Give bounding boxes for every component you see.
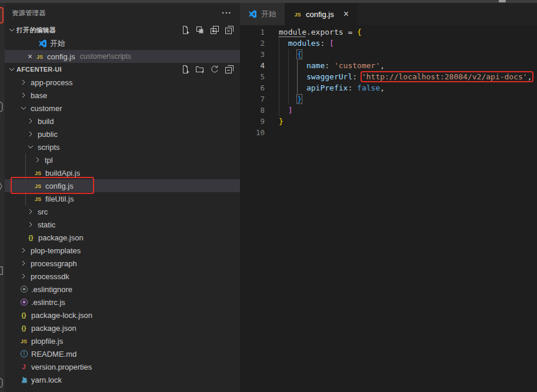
tree-item-app-process[interactable]: app-process	[5, 76, 240, 89]
close-all-editors-icon[interactable]	[225, 25, 234, 35]
collapse-folders-icon[interactable]	[225, 65, 234, 74]
tree-item-label: package.json	[38, 233, 84, 242]
line-number: 5	[240, 71, 265, 82]
chevron-right-icon	[19, 91, 28, 100]
open-editors-actions	[181, 25, 240, 35]
code-line-8[interactable]: 8 ]	[240, 105, 537, 116]
open-editor--[interactable]: 开始	[5, 37, 240, 50]
tree-item-buildApi.js[interactable]: JSbuildApi.js	[5, 166, 240, 179]
tree-item-label: .eslintrc.js	[31, 298, 65, 307]
tree-item-package.json[interactable]: {}package.json	[5, 321, 240, 334]
code-line-10[interactable]: 10	[240, 127, 537, 138]
tree-item-.eslintrc.js[interactable]: .eslintrc.js	[5, 296, 240, 309]
open-editors-list: 开始×JSconfig.jscustomer\scripts	[5, 37, 240, 63]
tree-item-customer[interactable]: customer	[5, 102, 240, 115]
eslint-gray-icon	[19, 284, 29, 294]
tree-item-label: app-process	[31, 78, 73, 87]
chevron-right-icon	[26, 129, 35, 139]
tree-item-fileUtil.js[interactable]: JSfileUtil.js	[5, 192, 240, 205]
close-editor-icon[interactable]: ×	[25, 52, 35, 61]
editor-tabbar: 开始 JS config.js ×	[240, 3, 537, 25]
code-line-text: modules: [	[265, 38, 334, 49]
code-line-7[interactable]: 7 }	[240, 93, 537, 105]
code-editor[interactable]: 1module.exports = {2 modules: [3 {4 name…	[240, 25, 537, 392]
extensions-icon[interactable]	[0, 266, 3, 275]
tree-item-README.md[interactable]: README.md	[5, 347, 240, 360]
code-line-9[interactable]: 9}	[240, 116, 537, 127]
tree-item-processsdk[interactable]: processsdk	[5, 270, 240, 283]
tree-item-package.json[interactable]: {}package.json	[5, 231, 240, 244]
tree-item-build[interactable]: build	[5, 115, 240, 128]
tree-item-config.js[interactable]: JSconfig.js	[5, 179, 240, 192]
accounts-icon[interactable]	[0, 378, 3, 388]
tree-item-label: processgraph	[31, 259, 77, 268]
tree-item-label: base	[31, 91, 47, 100]
js-icon: JS	[33, 194, 43, 203]
tree-item-label: .eslintignore	[31, 285, 72, 294]
code-line-5[interactable]: 5 swaggerUrl: 'http://localhost:28084/v2…	[240, 71, 537, 82]
tree-item-label: fileUtil.js	[45, 195, 74, 203]
open-editor-config.js[interactable]: ×JSconfig.jscustomer\scripts	[5, 50, 240, 63]
tree-item-public[interactable]: public	[5, 128, 240, 140]
open-editor-label: config.js	[47, 52, 75, 61]
code-line-text: swaggerUrl: 'http://localhost:28084/v2/a…	[265, 71, 532, 82]
new-file-icon[interactable]	[181, 65, 190, 74]
tree-item-label: buildApi.js	[45, 169, 80, 177]
chevron-right-icon	[19, 246, 28, 255]
tree-item-src[interactable]: src	[5, 205, 240, 218]
tab-label: config.js	[306, 10, 334, 19]
code-line-text	[265, 127, 279, 138]
new-folder-icon[interactable]	[195, 65, 205, 74]
tab-start[interactable]: 开始	[240, 3, 285, 25]
code-line-1[interactable]: 1module.exports = {	[240, 26, 537, 38]
sidebar-title-row: 资源管理器 ···	[5, 3, 240, 23]
more-actions-icon[interactable]: ···	[222, 8, 232, 18]
open-editor-label: 开始	[50, 38, 65, 49]
tree-item-yarn.lock[interactable]: yarn.lock	[5, 373, 240, 386]
annotation-box-code: 'http://localhost:28084/v2/api-docs',	[362, 72, 532, 81]
js-icon: JS	[33, 181, 43, 190]
tree-item-version.properties[interactable]: Jversion.properties	[5, 360, 240, 373]
code-line-4[interactable]: 4 name: 'customer',	[240, 60, 537, 71]
tree-item-plopfile.js[interactable]: JSplopfile.js	[5, 334, 240, 347]
chevron-down-icon	[26, 142, 35, 152]
tree-item-tpl[interactable]: tpl	[5, 153, 240, 166]
new-untitled-file-icon[interactable]	[181, 25, 190, 35]
tree-item-static[interactable]: static	[5, 218, 240, 231]
search-icon[interactable]	[0, 102, 3, 112]
close-tab-icon[interactable]: ×	[343, 9, 349, 19]
tree-item-label: package.json	[31, 324, 76, 333]
line-number: 7	[240, 93, 265, 105]
line-number: 9	[240, 116, 265, 127]
workspace-folder-header[interactable]: AFCENTER-UI	[5, 63, 240, 76]
line-number: 1	[240, 26, 265, 38]
tree-item-plop-templates[interactable]: plop-templates	[5, 244, 240, 257]
chevron-right-icon	[26, 116, 35, 126]
code-line-text: module.exports = {	[265, 26, 362, 38]
json-icon: {}	[26, 233, 36, 242]
chevron-down-icon	[19, 103, 28, 113]
run-icon[interactable]	[0, 182, 2, 190]
js-icon: JS	[35, 52, 45, 61]
code-line-6[interactable]: 6 apiPrefix: false,	[240, 82, 537, 93]
eslint-purple-icon	[19, 297, 29, 307]
toggle-editor-layout-icon[interactable]	[195, 25, 205, 35]
code-line-2[interactable]: 2 modules: [	[240, 38, 537, 49]
tree-item-scripts[interactable]: scripts	[5, 140, 240, 153]
tree-item-package-lock.json[interactable]: {}package-lock.json	[5, 309, 240, 321]
chevron-right-icon	[26, 207, 35, 216]
tree-item-processgraph[interactable]: processgraph	[5, 257, 240, 270]
line-number: 10	[240, 127, 265, 138]
tree-item-base[interactable]: base	[5, 89, 240, 102]
info-icon	[19, 349, 29, 359]
open-editors-header[interactable]: 打开的编辑器	[5, 23, 240, 37]
tab-config-js[interactable]: JS config.js ×	[285, 3, 357, 25]
json-icon: {}	[19, 310, 29, 320]
tree-item-.eslintignore[interactable]: .eslintignore	[5, 283, 240, 296]
code-line-text: name: 'customer',	[265, 60, 385, 71]
code-line-3[interactable]: 3 {	[240, 49, 537, 60]
titlebar-icon-fragment	[499, 0, 506, 2]
java-icon: J	[19, 362, 29, 371]
refresh-explorer-icon[interactable]	[210, 65, 219, 74]
save-all-icon[interactable]	[210, 25, 219, 35]
